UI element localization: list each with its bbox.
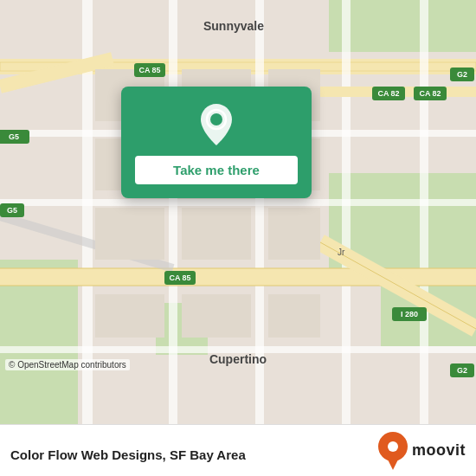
svg-text:CA 85: CA 85 bbox=[138, 66, 160, 74]
location-pin-icon bbox=[196, 104, 237, 145]
svg-rect-11 bbox=[169, 0, 177, 424]
bottom-bar: Color Flow Web Designs, SF Bay Area moov… bbox=[0, 424, 476, 476]
moovit-text: moovit bbox=[412, 441, 466, 460]
svg-rect-16 bbox=[0, 199, 476, 206]
take-me-there-button[interactable]: Take me there bbox=[135, 156, 298, 184]
svg-text:I 280: I 280 bbox=[401, 310, 418, 318]
svg-text:CA 82: CA 82 bbox=[419, 89, 441, 98]
popup-card: Take me there bbox=[121, 87, 312, 198]
svg-text:G2: G2 bbox=[457, 70, 467, 79]
map-container: CA 85 G5 CA 82 CA 82 I 280 G5 CA 85 G2 G… bbox=[0, 0, 476, 424]
svg-rect-35 bbox=[95, 294, 164, 338]
svg-rect-33 bbox=[95, 208, 164, 260]
osm-attribution: © OpenStreetMap contributors bbox=[5, 359, 130, 370]
svg-rect-6 bbox=[0, 0, 190, 61]
svg-text:G5: G5 bbox=[7, 206, 17, 215]
moovit-logo: moovit bbox=[377, 432, 466, 470]
svg-text:G2: G2 bbox=[457, 366, 467, 375]
svg-point-60 bbox=[210, 113, 222, 125]
svg-text:Jr: Jr bbox=[338, 248, 345, 257]
svg-rect-34 bbox=[182, 208, 251, 260]
svg-rect-13 bbox=[342, 0, 351, 424]
svg-rect-36 bbox=[182, 294, 251, 338]
svg-text:Sunnyvale: Sunnyvale bbox=[203, 19, 264, 33]
svg-text:CA 85: CA 85 bbox=[169, 273, 190, 282]
svg-rect-38 bbox=[268, 294, 320, 338]
svg-text:G5: G5 bbox=[9, 132, 19, 141]
svg-text:CA 82: CA 82 bbox=[377, 89, 399, 98]
svg-rect-3 bbox=[329, 0, 476, 52]
svg-rect-14 bbox=[420, 0, 428, 424]
svg-rect-37 bbox=[268, 208, 320, 260]
svg-text:Cupertino: Cupertino bbox=[209, 352, 267, 366]
